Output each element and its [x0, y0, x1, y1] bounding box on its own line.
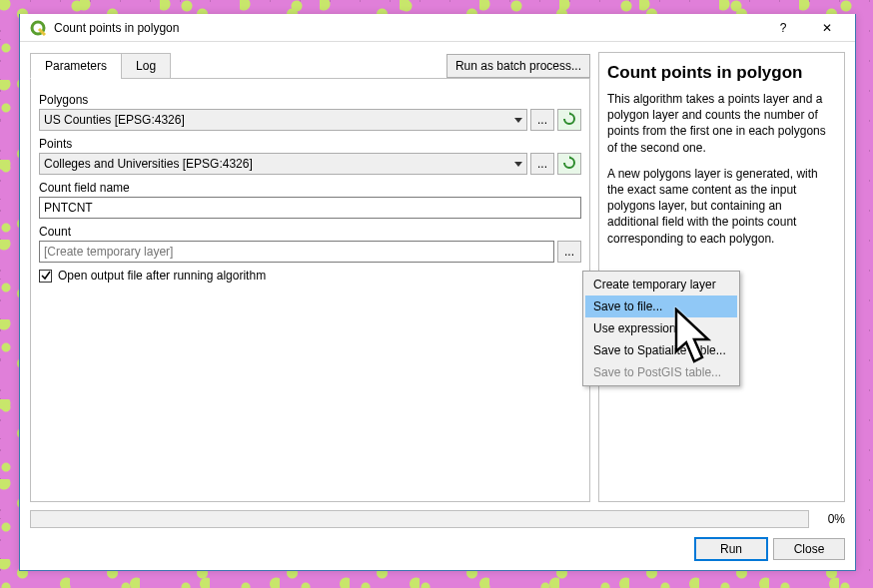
- polygons-browse-button[interactable]: ...: [530, 109, 554, 131]
- help-button[interactable]: ?: [765, 17, 801, 39]
- refresh-icon: [562, 156, 576, 173]
- ctx-create-temp-layer[interactable]: Create temporary layer: [585, 274, 737, 295]
- chevron-down-icon: [514, 113, 522, 127]
- output-context-menu: Create temporary layer Save to file... U…: [582, 271, 740, 386]
- parameters-page: Polygons US Counties [EPSG:4326] ...: [30, 78, 590, 502]
- tab-log[interactable]: Log: [121, 53, 171, 79]
- progress-percent: 0%: [817, 512, 845, 526]
- chevron-down-icon: [514, 157, 522, 171]
- open-after-checkbox[interactable]: Open output file after running algorithm: [39, 269, 581, 283]
- polygons-combo[interactable]: US Counties [EPSG:4326]: [39, 109, 527, 131]
- points-value: Colleges and Universities [EPSG:4326]: [44, 157, 253, 171]
- run-as-batch-button[interactable]: Run as batch process...: [446, 54, 590, 78]
- window-title: Count points in polygon: [54, 21, 757, 35]
- polygons-refresh-button[interactable]: [557, 109, 581, 131]
- checkbox-icon: [39, 270, 52, 283]
- ctx-save-to-file[interactable]: Save to file...: [585, 295, 737, 317]
- titlebar: Count points in polygon ? ✕: [20, 14, 855, 42]
- ctx-save-postgis: Save to PostGIS table...: [585, 361, 737, 383]
- tabs: Parameters Log: [30, 52, 170, 78]
- help-p2: A new polygons layer is generated, with …: [607, 166, 836, 247]
- countfield-label: Count field name: [39, 181, 581, 195]
- points-label: Points: [39, 137, 581, 151]
- bottom-bar: 0% Run Close: [20, 502, 855, 570]
- countfield-input[interactable]: [39, 197, 581, 219]
- points-refresh-button[interactable]: [557, 153, 581, 175]
- left-panel: Parameters Log Run as batch process... P…: [30, 52, 590, 502]
- points-browse-button[interactable]: ...: [530, 153, 554, 175]
- progress-bar: [30, 510, 809, 528]
- help-p1: This algorithm takes a points layer and …: [607, 91, 836, 156]
- output-label: Count: [39, 225, 581, 239]
- run-button[interactable]: Run: [695, 538, 767, 560]
- points-combo[interactable]: Colleges and Universities [EPSG:4326]: [39, 153, 527, 175]
- tab-parameters[interactable]: Parameters: [30, 53, 122, 79]
- qgis-icon: [30, 20, 46, 36]
- open-after-label: Open output file after running algorithm: [58, 269, 266, 283]
- output-browse-button[interactable]: ...: [557, 241, 581, 263]
- refresh-icon: [562, 112, 576, 129]
- help-title: Count points in polygon: [607, 63, 836, 83]
- output-input[interactable]: [39, 241, 554, 263]
- ctx-save-spatialite[interactable]: Save to Spatialite table...: [585, 339, 737, 361]
- close-button[interactable]: Close: [773, 538, 845, 560]
- close-window-button[interactable]: ✕: [809, 17, 845, 39]
- ctx-use-expression[interactable]: Use expression...: [585, 317, 737, 339]
- polygons-label: Polygons: [39, 93, 581, 107]
- close-icon: ✕: [822, 21, 832, 35]
- help-icon: ?: [780, 21, 787, 35]
- polygons-value: US Counties [EPSG:4326]: [44, 113, 185, 127]
